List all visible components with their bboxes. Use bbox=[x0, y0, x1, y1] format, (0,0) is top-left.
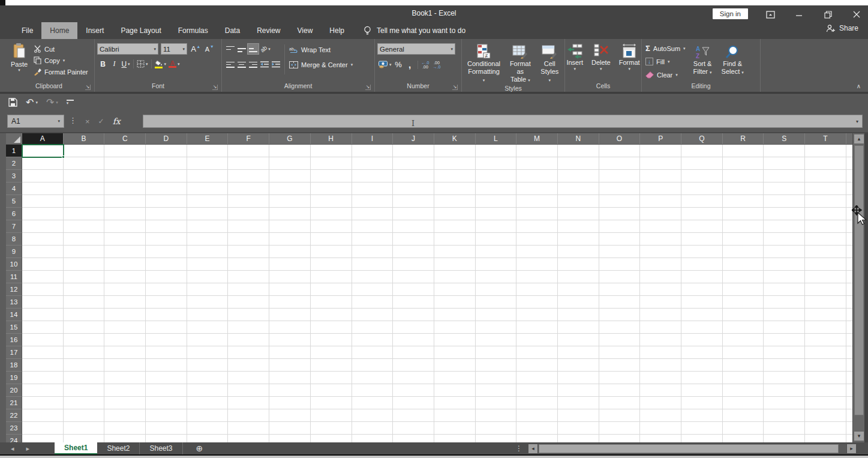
cell-L9[interactable] bbox=[476, 246, 517, 258]
cell-G1[interactable] bbox=[269, 145, 311, 157]
cell-G20[interactable] bbox=[269, 384, 311, 397]
cell-Q11[interactable] bbox=[681, 271, 723, 283]
cell-S13[interactable] bbox=[764, 296, 805, 309]
cell-S1[interactable] bbox=[764, 145, 805, 157]
insert-function-icon[interactable]: fx bbox=[113, 116, 121, 126]
cell-E19[interactable] bbox=[187, 372, 229, 384]
horizontal-scrollbar[interactable]: ⋮ ◂ ▸ bbox=[515, 444, 856, 453]
cell-O24[interactable] bbox=[599, 435, 641, 442]
cell-S6[interactable] bbox=[764, 208, 805, 220]
cell-M11[interactable] bbox=[516, 271, 558, 283]
cell-C23[interactable] bbox=[104, 422, 146, 435]
cell-N2[interactable] bbox=[558, 157, 599, 170]
cell-J11[interactable] bbox=[393, 271, 434, 283]
cell-A23[interactable] bbox=[22, 422, 64, 435]
row-header-6[interactable]: 6 bbox=[6, 208, 22, 220]
underline-button[interactable]: U▾ bbox=[120, 58, 131, 70]
row-header-3[interactable]: 3 bbox=[6, 170, 22, 182]
increase-decimal-button[interactable]: ←.0.00 bbox=[420, 59, 431, 70]
row-header-14[interactable]: 14 bbox=[6, 309, 22, 321]
cell-O7[interactable] bbox=[599, 220, 641, 233]
cell-M23[interactable] bbox=[516, 422, 558, 435]
cell-B6[interactable] bbox=[64, 208, 105, 220]
cell-F3[interactable] bbox=[228, 170, 269, 182]
cell-M1[interactable] bbox=[516, 145, 558, 157]
tab-file[interactable]: File bbox=[13, 22, 41, 39]
cell-P9[interactable] bbox=[640, 246, 681, 258]
cell-G9[interactable] bbox=[269, 246, 311, 258]
cell-J16[interactable] bbox=[393, 334, 434, 346]
tab-page-layout[interactable]: Page Layout bbox=[112, 22, 169, 39]
cell-L14[interactable] bbox=[476, 309, 517, 321]
cell-K21[interactable] bbox=[434, 397, 476, 409]
cell-D16[interactable] bbox=[146, 334, 187, 346]
cell-G5[interactable] bbox=[269, 195, 311, 208]
insert-cells-button[interactable]: Insert ▾ bbox=[563, 41, 586, 82]
cancel-icon[interactable]: × bbox=[85, 117, 90, 126]
cell-D2[interactable] bbox=[146, 157, 187, 170]
cell-J23[interactable] bbox=[393, 422, 434, 435]
cell-P14[interactable] bbox=[640, 309, 681, 321]
cell-R1[interactable] bbox=[723, 145, 764, 157]
cell-D22[interactable] bbox=[146, 409, 187, 422]
column-header-H[interactable]: H bbox=[311, 133, 352, 144]
cell-A16[interactable] bbox=[22, 334, 64, 346]
cell-N12[interactable] bbox=[558, 283, 599, 296]
cell-K11[interactable] bbox=[434, 271, 476, 283]
row-header-21[interactable]: 21 bbox=[6, 397, 22, 409]
cell-E14[interactable] bbox=[187, 309, 229, 321]
cell-O4[interactable] bbox=[599, 182, 641, 195]
column-header-F[interactable]: F bbox=[228, 133, 269, 144]
sheet-tab-sheet3[interactable]: Sheet3 bbox=[140, 442, 182, 454]
cell-K19[interactable] bbox=[434, 372, 476, 384]
cell-L4[interactable] bbox=[476, 182, 517, 195]
cell-R19[interactable] bbox=[723, 372, 764, 384]
cell-P12[interactable] bbox=[640, 283, 681, 296]
cell-G24[interactable] bbox=[269, 435, 311, 442]
cell-L19[interactable] bbox=[476, 372, 517, 384]
cell-N13[interactable] bbox=[558, 296, 599, 309]
cell-O18[interactable] bbox=[599, 359, 641, 372]
row-header-10[interactable]: 10 bbox=[6, 258, 22, 271]
cell-A15[interactable] bbox=[22, 321, 64, 334]
cell-R17[interactable] bbox=[723, 346, 764, 359]
cell-S21[interactable] bbox=[764, 397, 805, 409]
cell-E16[interactable] bbox=[187, 334, 229, 346]
cell-F12[interactable] bbox=[228, 283, 269, 296]
cell-L5[interactable] bbox=[476, 195, 517, 208]
cell-A9[interactable] bbox=[22, 246, 64, 258]
cell-T10[interactable] bbox=[805, 258, 846, 271]
cell-P20[interactable] bbox=[640, 384, 681, 397]
cell-H22[interactable] bbox=[311, 409, 352, 422]
cell-A19[interactable] bbox=[22, 372, 64, 384]
cell-N21[interactable] bbox=[558, 397, 599, 409]
fill-button[interactable]: ↓ Fill▾ bbox=[644, 56, 687, 67]
cell-G13[interactable] bbox=[269, 296, 311, 309]
column-header-M[interactable]: M bbox=[516, 133, 558, 144]
cell-G10[interactable] bbox=[269, 258, 311, 271]
column-header-C[interactable]: C bbox=[104, 133, 146, 144]
row-header-12[interactable]: 12 bbox=[6, 283, 22, 296]
cell-B24[interactable] bbox=[64, 435, 105, 442]
bottom-align-button[interactable] bbox=[247, 43, 259, 55]
cell-R5[interactable] bbox=[723, 195, 764, 208]
cell-I9[interactable] bbox=[352, 246, 394, 258]
cell-N7[interactable] bbox=[558, 220, 599, 233]
cell-J7[interactable] bbox=[393, 220, 434, 233]
cell-N23[interactable] bbox=[558, 422, 599, 435]
cell-G3[interactable] bbox=[269, 170, 311, 182]
cell-D10[interactable] bbox=[146, 258, 187, 271]
cell-D9[interactable] bbox=[146, 246, 187, 258]
cell-I21[interactable] bbox=[352, 397, 394, 409]
cell-D5[interactable] bbox=[146, 195, 187, 208]
cell-T19[interactable] bbox=[805, 372, 846, 384]
cell-C6[interactable] bbox=[104, 208, 146, 220]
cell-B22[interactable] bbox=[64, 409, 105, 422]
cell-K13[interactable] bbox=[434, 296, 476, 309]
cell-D3[interactable] bbox=[146, 170, 187, 182]
row-header-1[interactable]: 1 bbox=[6, 145, 22, 157]
cell-I22[interactable] bbox=[352, 409, 394, 422]
cell-F4[interactable] bbox=[228, 182, 269, 195]
cell-G14[interactable] bbox=[269, 309, 311, 321]
cell-H2[interactable] bbox=[311, 157, 352, 170]
